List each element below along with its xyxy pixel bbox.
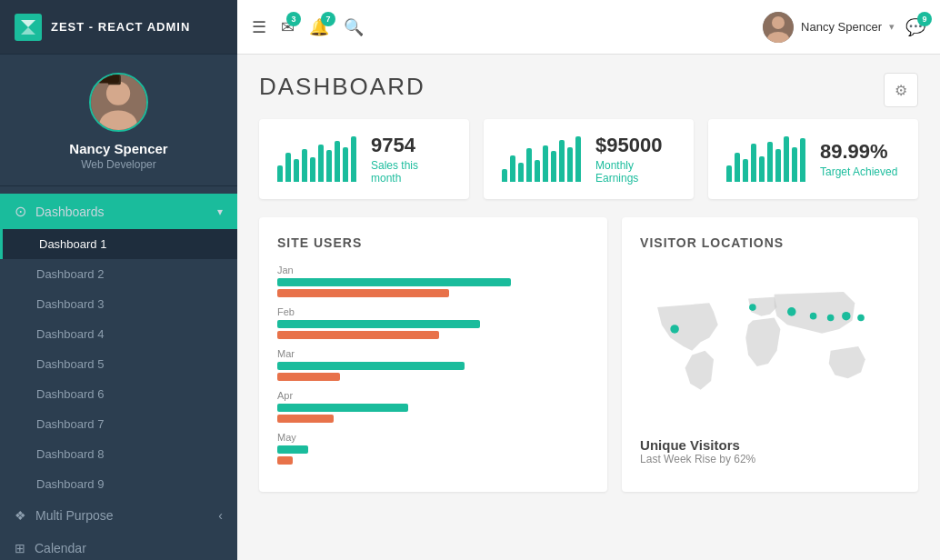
stat-bar-1-8	[335, 141, 340, 182]
stat-bar-2-5	[535, 160, 540, 182]
stat-bar-3-9	[792, 147, 797, 182]
hbar-row-4: Apr	[277, 390, 589, 423]
stat-info-1: 9754Sales this month	[371, 134, 451, 185]
chevron-down-icon: ▾	[217, 205, 223, 218]
visitors-sub-label: Last Week Rise by 62%	[640, 453, 900, 465]
stat-bar-2-8	[559, 140, 565, 182]
svg-point-14	[827, 315, 835, 322]
hbar-label-5: May	[277, 432, 589, 443]
stat-bar-3-3	[743, 159, 748, 182]
stat-value-2: $95000	[595, 134, 675, 157]
hbar-orange-4	[277, 415, 334, 423]
stat-bar-2-1	[502, 169, 507, 182]
hbar-group-1	[277, 278, 589, 297]
dashboard-sub-items: Dashboard 1Dashboard 2Dashboard 3Dashboa…	[0, 229, 237, 499]
stat-bar-2-4	[526, 148, 532, 182]
bell-badge: 7	[321, 12, 335, 26]
stat-bar-2-2	[510, 155, 515, 182]
page-title: DASHBOARD	[259, 73, 918, 101]
sidebar-nav: ⊙ Dashboards ▾ Dashboard 1Dashboard 2Das…	[0, 186, 237, 560]
stat-bar-2-3	[518, 163, 524, 182]
hbar-group-2	[277, 320, 589, 339]
sidebar-item-dashboard-5[interactable]: Dashboard 5	[0, 349, 237, 379]
user-chevron-icon: ▾	[889, 21, 895, 33]
user-name: Nancy Spencer	[69, 141, 167, 156]
nav-multipurpose[interactable]: ❖ Multi Purpose ‹	[0, 499, 237, 532]
stat-info-2: $95000Monthly Earnings	[595, 134, 675, 185]
sidebar-item-dashboard-4[interactable]: Dashboard 4	[0, 319, 237, 349]
topbar: ☰ ✉ 3 🔔 7 🔍 Nancy Spencer	[237, 0, 940, 55]
dashboard-icon: ⊙	[15, 203, 26, 220]
stat-bar-1-4	[302, 149, 307, 182]
svg-point-12	[787, 307, 796, 316]
svg-point-8	[772, 16, 785, 29]
stat-bar-3-6	[767, 142, 773, 182]
sidebar-item-dashboard-7[interactable]: Dashboard 7	[0, 409, 237, 439]
page-content: DASHBOARD ⚙ 9754Sales this month$95000Mo…	[237, 55, 940, 560]
sidebar-item-dashboard-3[interactable]: Dashboard 3	[0, 289, 237, 319]
gear-button[interactable]: ⚙	[884, 73, 918, 107]
stats-row: 9754Sales this month$95000Monthly Earnin…	[259, 119, 918, 199]
stat-bar-3-2	[735, 153, 740, 182]
mail-badge: 3	[286, 12, 301, 26]
sidebar-logo: ZEST - REACT ADMIN	[0, 0, 237, 55]
stat-bar-3-5	[759, 156, 765, 182]
sidebar-item-dashboard-2[interactable]: Dashboard 2	[0, 259, 237, 289]
nav-dashboards[interactable]: ⊙ Dashboards ▾	[0, 194, 237, 229]
menu-button[interactable]: ☰	[252, 17, 266, 37]
hbar-row-5: May	[277, 432, 589, 465]
nav-calendar[interactable]: ⊞ Calendar	[0, 532, 237, 560]
sidebar-item-dashboard-6[interactable]: Dashboard 6	[0, 379, 237, 409]
search-button[interactable]: 🔍	[344, 17, 364, 37]
hbar-chart: JanFebMarAprMay	[277, 265, 589, 465]
hbar-teal-4	[277, 404, 408, 412]
stat-label-1: Sales this month	[371, 159, 451, 185]
stat-bar-1-3	[294, 159, 299, 182]
hbar-row-2: Feb	[277, 306, 589, 339]
stat-bar-3-10	[800, 138, 805, 182]
chat-badge: 9	[917, 12, 932, 26]
hbar-orange-2	[277, 331, 439, 339]
mail-button[interactable]: ✉ 3	[281, 17, 295, 37]
stat-bar-3-4	[751, 144, 756, 182]
sidebar-item-dashboard-1[interactable]: Dashboard 1	[0, 229, 237, 259]
bell-button[interactable]: 🔔 7	[309, 17, 329, 37]
stat-bar-2-9	[567, 147, 573, 182]
stat-bar-1-9	[343, 147, 348, 182]
stat-value-3: 89.99%	[820, 140, 897, 164]
hbar-group-3	[277, 362, 589, 381]
user-menu[interactable]: Nancy Spencer ▾	[763, 12, 895, 43]
sidebar-item-dashboard-9[interactable]: Dashboard 9	[0, 469, 237, 499]
hbar-teal-1	[277, 278, 511, 286]
topbar-right: Nancy Spencer ▾ 💬 9	[763, 12, 925, 43]
svg-point-16	[857, 315, 865, 322]
stat-card-3: 89.99%Target Achieved	[708, 119, 918, 199]
sidebar: ZEST - REACT ADMIN Nancy Spencer Web Dev…	[0, 0, 237, 560]
hbar-teal-5	[277, 445, 308, 454]
map-container	[640, 265, 900, 428]
svg-point-11	[749, 304, 756, 311]
hbar-label-2: Feb	[277, 306, 589, 317]
charts-row: SITE USERS JanFebMarAprMay VISITOR LOCAT…	[259, 217, 918, 492]
svg-point-10	[670, 325, 679, 334]
chat-button[interactable]: 💬 9	[905, 17, 925, 37]
stat-bar-1-5	[310, 157, 315, 182]
visitors-info: Unique Visitors Last Week Rise by 62%	[640, 437, 900, 465]
hbar-orange-5	[277, 456, 293, 465]
app-name: ZEST - REACT ADMIN	[51, 20, 190, 34]
hbar-orange-1	[277, 289, 449, 297]
stat-bar-1-6	[318, 145, 324, 182]
stat-bars-3	[726, 136, 805, 182]
sidebar-item-dashboard-8[interactable]: Dashboard 8	[0, 439, 237, 469]
calendar-label: Calendar	[35, 541, 223, 555]
svg-marker-0	[21, 20, 35, 27]
svg-point-15	[842, 312, 851, 321]
topbar-avatar	[763, 12, 794, 43]
stat-bar-3-7	[775, 149, 781, 182]
hbar-teal-3	[277, 362, 465, 370]
main-content: ☰ ✉ 3 🔔 7 🔍 Nancy Spencer	[237, 0, 940, 560]
unique-visitors-label: Unique Visitors	[640, 437, 900, 453]
stat-info-3: 89.99%Target Achieved	[820, 140, 897, 178]
stat-bars-2	[502, 136, 581, 182]
topbar-username: Nancy Spencer	[801, 20, 882, 34]
